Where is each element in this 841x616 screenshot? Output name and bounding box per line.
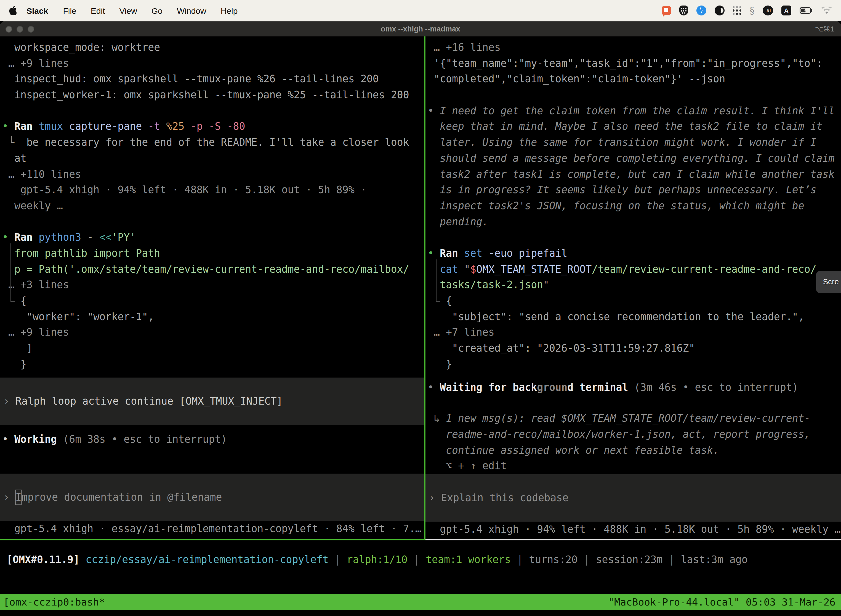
input-placeholder: mprove documentation in @filename bbox=[22, 489, 222, 505]
output-line: └ be necessary for the end of the README… bbox=[0, 135, 424, 150]
model-status-line-right: gpt-5.4 xhigh · 94% left · 488K in · 5.1… bbox=[425, 522, 841, 540]
collapsed-lines: … +9 lines bbox=[0, 56, 424, 71]
output-line: "completed","claim_token":"claim-token"}… bbox=[425, 72, 841, 87]
crescent-app-icon[interactable] bbox=[714, 6, 724, 15]
thinking-line: • I need to get the claim token from the… bbox=[425, 103, 841, 119]
mailbox-hint: ↳ 1 new msg(s): read $OMX_TEAM_STATE_ROO… bbox=[425, 411, 841, 427]
cmd-set-pipefail: • Ran set -euo pipefail bbox=[425, 246, 841, 261]
prompt-chevron: › bbox=[429, 490, 441, 506]
output-line: weekly … bbox=[0, 198, 424, 214]
thinking-line: inspect task2's JSON, focusing on the st… bbox=[425, 198, 841, 214]
spacer bbox=[0, 425, 424, 432]
menu-status-icons: ϟ § ..61 A bbox=[661, 6, 832, 15]
text-cursor: I bbox=[15, 489, 22, 505]
output-line: "subject": "send a concise recommendatio… bbox=[425, 309, 841, 324]
left-scrollback: workspace_mode: worktree … +9 lines insp… bbox=[0, 40, 424, 378]
omx-status-bar: [OMX#0.11.9] cczip/essay/ai-reimplementa… bbox=[4, 552, 841, 568]
window-shortcut: ⌥⌘1 bbox=[815, 25, 834, 33]
spacer bbox=[0, 214, 424, 230]
prompt-input-right[interactable]: › Explain this codebase bbox=[425, 474, 841, 522]
window-titlebar: omx --xhigh --madmax ⌥⌘1 bbox=[0, 21, 841, 37]
desktop: Slack File Edit View Go Window Help ϟ § … bbox=[0, 0, 841, 616]
collapsed-lines: … +16 lines bbox=[425, 40, 841, 56]
right-scrollback: … +16 lines '{"team_name":"my-team","tas… bbox=[425, 40, 841, 474]
spacer bbox=[425, 372, 841, 380]
collapsed-lines: … +3 lines bbox=[0, 277, 424, 293]
thinking-line: task2 after task1 is complete, but can I… bbox=[425, 166, 841, 182]
spacer bbox=[425, 87, 841, 103]
output-line: "worker": "worker-1", bbox=[0, 309, 424, 324]
spacer bbox=[0, 372, 424, 378]
left-pane: workspace_mode: worktree … +9 lines insp… bbox=[0, 37, 424, 540]
right-pane: … +16 lines '{"team_name":"my-team","tas… bbox=[425, 37, 841, 540]
apple-menu-icon[interactable] bbox=[9, 5, 18, 16]
working-status: • Working (6m 38s • esc to interrupt) bbox=[0, 432, 424, 448]
code-line: from pathlib import Path bbox=[0, 246, 424, 261]
screen: Slack File Edit View Go Window Help ϟ § … bbox=[0, 0, 841, 616]
left-status-rows: • Working (6m 38s • esc to interrupt) bbox=[0, 425, 424, 448]
menu-item-view[interactable]: View bbox=[112, 6, 144, 15]
edit-hint: ⌥ + ↑ edit bbox=[425, 458, 841, 474]
mailbox-hint: readme-and-reco/mailbox/worker-1.json, a… bbox=[425, 427, 841, 442]
menu-item-go[interactable]: Go bbox=[144, 6, 170, 15]
output-line: workspace_mode: worktree bbox=[0, 40, 424, 56]
spacer bbox=[0, 103, 424, 119]
prompt-input-left[interactable]: › Improve documentation in @filename bbox=[0, 474, 424, 521]
output-line: gpt-5.4 xhigh · 94% left · 488K in · 5.1… bbox=[0, 182, 424, 198]
thinking-line: is in progress? It seems likely but perh… bbox=[425, 182, 841, 198]
spacer bbox=[425, 396, 841, 411]
indent-guide bbox=[10, 244, 11, 302]
output-line: } bbox=[425, 356, 841, 372]
badge-61-icon[interactable]: ..61 bbox=[763, 6, 773, 15]
battery-icon[interactable] bbox=[800, 7, 813, 14]
waiting-status: • Waiting for background terminal (3m 46… bbox=[425, 380, 841, 396]
code-line: tasks/task-2.json" bbox=[425, 277, 841, 293]
dots-grid-icon[interactable] bbox=[733, 6, 741, 15]
ralph-loop-text: Ralph loop active continue [OMX_TMUX_INJ… bbox=[15, 393, 283, 409]
terminal-content: workspace_mode: worktree … +9 lines insp… bbox=[0, 37, 841, 540]
output-line: inspect_hud: omx sparkshell --tmux-pane … bbox=[0, 72, 424, 87]
messenger-icon[interactable]: ϟ bbox=[696, 6, 706, 15]
window-title: omx --xhigh --madmax bbox=[0, 25, 841, 33]
screen-tooltip: Scre bbox=[816, 271, 841, 293]
collapsed-lines: … +110 lines bbox=[0, 166, 424, 182]
collapsed-lines: … +7 lines bbox=[425, 325, 841, 340]
output-line: } bbox=[0, 356, 424, 372]
cmd-cat-block: • Ran set -euo pipefail cat "$OMX_TEAM_S… bbox=[425, 246, 841, 309]
thinking-line: keep that in mind. Maybe I also need the… bbox=[425, 119, 841, 135]
menu-item-help[interactable]: Help bbox=[214, 6, 245, 15]
collapsed-lines: … +9 lines bbox=[0, 325, 424, 340]
menu-item-edit[interactable]: Edit bbox=[84, 6, 112, 15]
squiggle-icon[interactable]: § bbox=[750, 6, 755, 15]
output-line: '{"team_name":"my-team","task_id":"1","f… bbox=[425, 56, 841, 71]
menu-item-file[interactable]: File bbox=[56, 6, 84, 15]
output-line: at bbox=[0, 151, 424, 166]
ralph-loop-banner: › Ralph loop active continue [OMX_TMUX_I… bbox=[0, 378, 424, 425]
thinking-line: should send a message before completing … bbox=[425, 151, 841, 166]
output-line: ] bbox=[0, 340, 424, 356]
spacer bbox=[425, 230, 841, 246]
chat-app-icon[interactable] bbox=[661, 6, 671, 15]
cmd-python-block: • Ran python3 - <<'PY' from pathlib impo… bbox=[0, 230, 424, 309]
output-line: "created_at": "2026-03-31T11:59:27.816Z" bbox=[425, 340, 841, 356]
mailbox-hint: continue assigned work or next feasible … bbox=[425, 442, 841, 458]
grid-shield-icon[interactable] bbox=[679, 6, 688, 15]
menu-item-window[interactable]: Window bbox=[170, 6, 214, 15]
code-line: p = Path('.omx/state/team/review-current… bbox=[0, 261, 424, 277]
output-line: inspect_worker-1: omx sparkshell --tmux-… bbox=[0, 87, 424, 103]
thinking-line: later. Using the same for transition mig… bbox=[425, 135, 841, 150]
prompt-chevron: › bbox=[3, 393, 15, 409]
cmd-tmux-capture: • Ran tmux capture-pane -t %25 -p -S -80 bbox=[0, 119, 424, 135]
tmux-status-bar: [omx-cczip0:bash* "MacBook-Pro-44.local"… bbox=[0, 594, 841, 610]
wifi-icon[interactable] bbox=[821, 7, 832, 14]
model-status-line-left: gpt-5.4 xhigh · essay/ai-reimplementatio… bbox=[0, 521, 424, 539]
tmux-session-name: [omx-cczip0:bash* bbox=[3, 596, 105, 608]
tmux-host-clock: "MacBook-Pro-44.local" 05:03 31-Mar-26 bbox=[608, 596, 835, 608]
output-line: { bbox=[0, 293, 424, 309]
menu-bar: Slack File Edit View Go Window Help ϟ § … bbox=[0, 0, 841, 21]
input-source-icon[interactable]: A bbox=[781, 6, 791, 15]
menu-item-slack[interactable]: Slack bbox=[20, 6, 56, 15]
indent-guide bbox=[436, 260, 437, 302]
cmd-python: • Ran python3 - <<'PY' bbox=[0, 230, 424, 246]
prompt-chevron: › bbox=[3, 489, 15, 505]
